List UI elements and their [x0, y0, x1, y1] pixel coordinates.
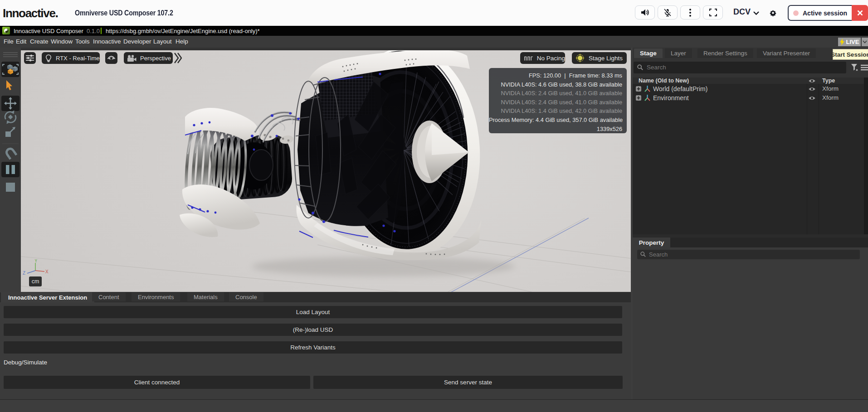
svg-text:Y: Y — [34, 259, 38, 263]
svg-text:X: X — [45, 269, 49, 274]
svg-text:Z: Z — [23, 271, 25, 276]
